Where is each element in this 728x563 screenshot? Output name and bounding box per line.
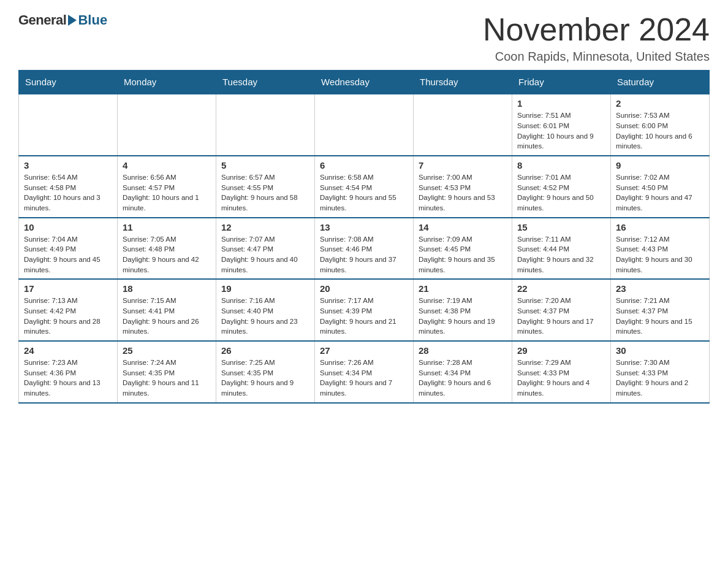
- week-row-2: 3Sunrise: 6:54 AM Sunset: 4:58 PM Daylig…: [19, 156, 710, 218]
- logo-blue-text: Blue: [78, 12, 107, 28]
- location-title: Coon Rapids, Minnesota, United States: [483, 50, 710, 64]
- day-info: Sunrise: 7:53 AM Sunset: 6:00 PM Dayligh…: [616, 110, 704, 151]
- calendar-cell: 15Sunrise: 7:11 AM Sunset: 4:44 PM Dayli…: [512, 218, 611, 280]
- calendar-cell: 25Sunrise: 7:24 AM Sunset: 4:35 PM Dayli…: [118, 341, 216, 403]
- day-info: Sunrise: 7:11 AM Sunset: 4:44 PM Dayligh…: [517, 234, 605, 275]
- week-row-5: 24Sunrise: 7:23 AM Sunset: 4:36 PM Dayli…: [19, 341, 710, 403]
- calendar-cell: 3Sunrise: 6:54 AM Sunset: 4:58 PM Daylig…: [19, 156, 118, 218]
- day-info: Sunrise: 7:15 AM Sunset: 4:41 PM Dayligh…: [123, 296, 211, 337]
- day-number: 2: [616, 98, 704, 109]
- calendar-cell: 6Sunrise: 6:58 AM Sunset: 4:54 PM Daylig…: [315, 156, 414, 218]
- calendar-cell: 4Sunrise: 6:56 AM Sunset: 4:57 PM Daylig…: [118, 156, 216, 218]
- weekday-header-sunday: Sunday: [19, 71, 118, 94]
- day-info: Sunrise: 7:25 AM Sunset: 4:35 PM Dayligh…: [221, 358, 309, 399]
- day-number: 12: [221, 222, 309, 232]
- calendar-cell: [216, 94, 315, 156]
- calendar-cell: 27Sunrise: 7:26 AM Sunset: 4:34 PM Dayli…: [315, 341, 414, 403]
- calendar-cell: 8Sunrise: 7:01 AM Sunset: 4:52 PM Daylig…: [512, 156, 611, 218]
- calendar-cell: 28Sunrise: 7:28 AM Sunset: 4:34 PM Dayli…: [414, 341, 512, 403]
- day-number: 10: [24, 222, 112, 232]
- calendar-cell: [118, 94, 216, 156]
- day-info: Sunrise: 6:56 AM Sunset: 4:57 PM Dayligh…: [123, 172, 211, 213]
- day-number: 15: [517, 222, 605, 232]
- day-info: Sunrise: 7:08 AM Sunset: 4:46 PM Dayligh…: [320, 234, 408, 275]
- day-info: Sunrise: 7:20 AM Sunset: 4:37 PM Dayligh…: [517, 296, 605, 337]
- calendar-cell: [315, 94, 414, 156]
- day-number: 5: [221, 160, 309, 170]
- calendar-cell: 17Sunrise: 7:13 AM Sunset: 4:42 PM Dayli…: [19, 279, 118, 341]
- day-number: 27: [320, 345, 408, 356]
- calendar-cell: 18Sunrise: 7:15 AM Sunset: 4:41 PM Dayli…: [118, 279, 216, 341]
- day-info: Sunrise: 7:09 AM Sunset: 4:45 PM Dayligh…: [419, 234, 507, 275]
- calendar-cell: [414, 94, 512, 156]
- day-info: Sunrise: 7:04 AM Sunset: 4:49 PM Dayligh…: [24, 234, 112, 275]
- logo-triangle-icon: [68, 15, 77, 26]
- logo: General Blue: [18, 12, 107, 28]
- day-number: 19: [221, 283, 309, 294]
- day-info: Sunrise: 7:16 AM Sunset: 4:40 PM Dayligh…: [221, 296, 309, 337]
- day-number: 20: [320, 283, 408, 294]
- calendar-cell: 26Sunrise: 7:25 AM Sunset: 4:35 PM Dayli…: [216, 341, 315, 403]
- day-info: Sunrise: 7:05 AM Sunset: 4:48 PM Dayligh…: [123, 234, 211, 275]
- calendar-cell: 23Sunrise: 7:21 AM Sunset: 4:37 PM Dayli…: [611, 279, 710, 341]
- weekday-header-wednesday: Wednesday: [315, 71, 414, 94]
- weekday-header-tuesday: Tuesday: [216, 71, 315, 94]
- calendar-cell: 13Sunrise: 7:08 AM Sunset: 4:46 PM Dayli…: [315, 218, 414, 280]
- calendar-cell: 2Sunrise: 7:53 AM Sunset: 6:00 PM Daylig…: [611, 94, 710, 156]
- day-number: 9: [616, 160, 704, 170]
- calendar-cell: 12Sunrise: 7:07 AM Sunset: 4:47 PM Dayli…: [216, 218, 315, 280]
- logo-general-text: General: [18, 12, 66, 28]
- day-number: 26: [221, 345, 309, 356]
- weekday-header-thursday: Thursday: [414, 71, 512, 94]
- month-title: November 2024: [483, 12, 710, 47]
- day-info: Sunrise: 6:57 AM Sunset: 4:55 PM Dayligh…: [221, 172, 309, 213]
- calendar-cell: 30Sunrise: 7:30 AM Sunset: 4:33 PM Dayli…: [611, 341, 710, 403]
- calendar-cell: 29Sunrise: 7:29 AM Sunset: 4:33 PM Dayli…: [512, 341, 611, 403]
- day-info: Sunrise: 7:23 AM Sunset: 4:36 PM Dayligh…: [24, 358, 112, 399]
- day-info: Sunrise: 7:02 AM Sunset: 4:50 PM Dayligh…: [616, 172, 704, 213]
- day-info: Sunrise: 7:26 AM Sunset: 4:34 PM Dayligh…: [320, 358, 408, 399]
- day-number: 6: [320, 160, 408, 170]
- day-info: Sunrise: 7:21 AM Sunset: 4:37 PM Dayligh…: [616, 296, 704, 337]
- day-number: 21: [419, 283, 507, 294]
- calendar-cell: 1Sunrise: 7:51 AM Sunset: 6:01 PM Daylig…: [512, 94, 611, 156]
- calendar-cell: 19Sunrise: 7:16 AM Sunset: 4:40 PM Dayli…: [216, 279, 315, 341]
- day-number: 30: [616, 345, 704, 356]
- day-info: Sunrise: 7:17 AM Sunset: 4:39 PM Dayligh…: [320, 296, 408, 337]
- calendar-cell: [19, 94, 118, 156]
- day-number: 18: [123, 283, 211, 294]
- calendar-cell: 22Sunrise: 7:20 AM Sunset: 4:37 PM Dayli…: [512, 279, 611, 341]
- day-number: 4: [123, 160, 211, 170]
- week-row-3: 10Sunrise: 7:04 AM Sunset: 4:49 PM Dayli…: [19, 218, 710, 280]
- day-number: 17: [24, 283, 112, 294]
- day-number: 23: [616, 283, 704, 294]
- day-number: 16: [616, 222, 704, 232]
- day-info: Sunrise: 7:07 AM Sunset: 4:47 PM Dayligh…: [221, 234, 309, 275]
- day-number: 14: [419, 222, 507, 232]
- day-info: Sunrise: 7:12 AM Sunset: 4:43 PM Dayligh…: [616, 234, 704, 275]
- day-number: 29: [517, 345, 605, 356]
- calendar-cell: 10Sunrise: 7:04 AM Sunset: 4:49 PM Dayli…: [19, 218, 118, 280]
- day-info: Sunrise: 7:19 AM Sunset: 4:38 PM Dayligh…: [419, 296, 507, 337]
- day-number: 28: [419, 345, 507, 356]
- day-info: Sunrise: 6:54 AM Sunset: 4:58 PM Dayligh…: [24, 172, 112, 213]
- day-info: Sunrise: 7:01 AM Sunset: 4:52 PM Dayligh…: [517, 172, 605, 213]
- day-number: 25: [123, 345, 211, 356]
- calendar-cell: 9Sunrise: 7:02 AM Sunset: 4:50 PM Daylig…: [611, 156, 710, 218]
- day-number: 11: [123, 222, 211, 232]
- day-number: 1: [517, 98, 605, 109]
- day-info: Sunrise: 7:29 AM Sunset: 4:33 PM Dayligh…: [517, 358, 605, 399]
- calendar-table: SundayMondayTuesdayWednesdayThursdayFrid…: [18, 70, 710, 403]
- day-info: Sunrise: 7:24 AM Sunset: 4:35 PM Dayligh…: [123, 358, 211, 399]
- calendar-cell: 24Sunrise: 7:23 AM Sunset: 4:36 PM Dayli…: [19, 341, 118, 403]
- title-area: November 2024 Coon Rapids, Minnesota, Un…: [483, 12, 710, 64]
- day-info: Sunrise: 7:51 AM Sunset: 6:01 PM Dayligh…: [517, 110, 605, 151]
- calendar-cell: 7Sunrise: 7:00 AM Sunset: 4:53 PM Daylig…: [414, 156, 512, 218]
- day-number: 24: [24, 345, 112, 356]
- week-row-4: 17Sunrise: 7:13 AM Sunset: 4:42 PM Dayli…: [19, 279, 710, 341]
- calendar-cell: 5Sunrise: 6:57 AM Sunset: 4:55 PM Daylig…: [216, 156, 315, 218]
- calendar-cell: 16Sunrise: 7:12 AM Sunset: 4:43 PM Dayli…: [611, 218, 710, 280]
- day-info: Sunrise: 7:00 AM Sunset: 4:53 PM Dayligh…: [419, 172, 507, 213]
- day-number: 8: [517, 160, 605, 170]
- week-row-1: 1Sunrise: 7:51 AM Sunset: 6:01 PM Daylig…: [19, 94, 710, 156]
